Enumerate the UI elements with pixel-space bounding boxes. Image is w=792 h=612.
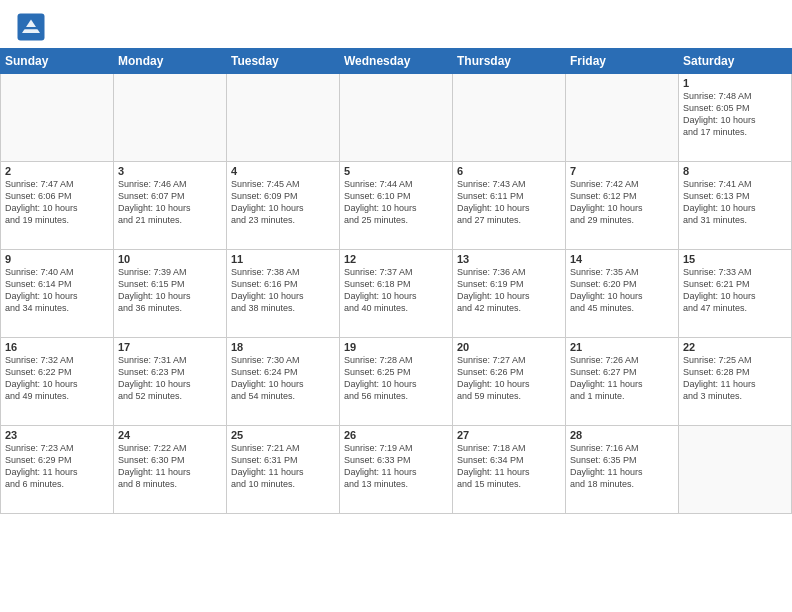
day-cell: 18Sunrise: 7:30 AM Sunset: 6:24 PM Dayli… — [227, 338, 340, 426]
day-info: Sunrise: 7:42 AM Sunset: 6:12 PM Dayligh… — [570, 178, 674, 227]
day-header-wednesday: Wednesday — [340, 49, 453, 74]
day-info: Sunrise: 7:46 AM Sunset: 6:07 PM Dayligh… — [118, 178, 222, 227]
day-cell: 11Sunrise: 7:38 AM Sunset: 6:16 PM Dayli… — [227, 250, 340, 338]
day-cell: 16Sunrise: 7:32 AM Sunset: 6:22 PM Dayli… — [1, 338, 114, 426]
day-info: Sunrise: 7:44 AM Sunset: 6:10 PM Dayligh… — [344, 178, 448, 227]
day-info: Sunrise: 7:47 AM Sunset: 6:06 PM Dayligh… — [5, 178, 109, 227]
logo — [16, 12, 50, 42]
week-row-3: 9Sunrise: 7:40 AM Sunset: 6:14 PM Daylig… — [1, 250, 792, 338]
day-info: Sunrise: 7:36 AM Sunset: 6:19 PM Dayligh… — [457, 266, 561, 315]
day-cell: 5Sunrise: 7:44 AM Sunset: 6:10 PM Daylig… — [340, 162, 453, 250]
week-row-1: 1Sunrise: 7:48 AM Sunset: 6:05 PM Daylig… — [1, 74, 792, 162]
day-number: 19 — [344, 341, 448, 353]
day-number: 23 — [5, 429, 109, 441]
day-cell: 2Sunrise: 7:47 AM Sunset: 6:06 PM Daylig… — [1, 162, 114, 250]
day-number: 28 — [570, 429, 674, 441]
day-info: Sunrise: 7:18 AM Sunset: 6:34 PM Dayligh… — [457, 442, 561, 491]
day-info: Sunrise: 7:21 AM Sunset: 6:31 PM Dayligh… — [231, 442, 335, 491]
day-info: Sunrise: 7:28 AM Sunset: 6:25 PM Dayligh… — [344, 354, 448, 403]
day-info: Sunrise: 7:22 AM Sunset: 6:30 PM Dayligh… — [118, 442, 222, 491]
day-number: 8 — [683, 165, 787, 177]
day-number: 6 — [457, 165, 561, 177]
day-header-row: SundayMondayTuesdayWednesdayThursdayFrid… — [1, 49, 792, 74]
day-cell — [679, 426, 792, 514]
day-cell: 3Sunrise: 7:46 AM Sunset: 6:07 PM Daylig… — [114, 162, 227, 250]
day-info: Sunrise: 7:27 AM Sunset: 6:26 PM Dayligh… — [457, 354, 561, 403]
day-number: 13 — [457, 253, 561, 265]
day-info: Sunrise: 7:38 AM Sunset: 6:16 PM Dayligh… — [231, 266, 335, 315]
day-cell: 14Sunrise: 7:35 AM Sunset: 6:20 PM Dayli… — [566, 250, 679, 338]
day-number: 14 — [570, 253, 674, 265]
day-header-sunday: Sunday — [1, 49, 114, 74]
day-header-saturday: Saturday — [679, 49, 792, 74]
day-cell: 25Sunrise: 7:21 AM Sunset: 6:31 PM Dayli… — [227, 426, 340, 514]
day-number: 12 — [344, 253, 448, 265]
day-header-thursday: Thursday — [453, 49, 566, 74]
day-header-monday: Monday — [114, 49, 227, 74]
day-header-tuesday: Tuesday — [227, 49, 340, 74]
day-cell: 12Sunrise: 7:37 AM Sunset: 6:18 PM Dayli… — [340, 250, 453, 338]
day-cell: 10Sunrise: 7:39 AM Sunset: 6:15 PM Dayli… — [114, 250, 227, 338]
day-cell — [566, 74, 679, 162]
day-cell: 28Sunrise: 7:16 AM Sunset: 6:35 PM Dayli… — [566, 426, 679, 514]
day-number: 2 — [5, 165, 109, 177]
day-info: Sunrise: 7:32 AM Sunset: 6:22 PM Dayligh… — [5, 354, 109, 403]
day-info: Sunrise: 7:37 AM Sunset: 6:18 PM Dayligh… — [344, 266, 448, 315]
day-cell: 17Sunrise: 7:31 AM Sunset: 6:23 PM Dayli… — [114, 338, 227, 426]
day-info: Sunrise: 7:33 AM Sunset: 6:21 PM Dayligh… — [683, 266, 787, 315]
day-cell: 21Sunrise: 7:26 AM Sunset: 6:27 PM Dayli… — [566, 338, 679, 426]
day-cell: 13Sunrise: 7:36 AM Sunset: 6:19 PM Dayli… — [453, 250, 566, 338]
day-cell: 1Sunrise: 7:48 AM Sunset: 6:05 PM Daylig… — [679, 74, 792, 162]
day-info: Sunrise: 7:31 AM Sunset: 6:23 PM Dayligh… — [118, 354, 222, 403]
day-number: 21 — [570, 341, 674, 353]
day-number: 5 — [344, 165, 448, 177]
day-cell — [453, 74, 566, 162]
page-header — [0, 0, 792, 48]
week-row-5: 23Sunrise: 7:23 AM Sunset: 6:29 PM Dayli… — [1, 426, 792, 514]
day-cell: 20Sunrise: 7:27 AM Sunset: 6:26 PM Dayli… — [453, 338, 566, 426]
day-info: Sunrise: 7:16 AM Sunset: 6:35 PM Dayligh… — [570, 442, 674, 491]
day-number: 26 — [344, 429, 448, 441]
week-row-2: 2Sunrise: 7:47 AM Sunset: 6:06 PM Daylig… — [1, 162, 792, 250]
day-number: 24 — [118, 429, 222, 441]
day-number: 1 — [683, 77, 787, 89]
day-number: 11 — [231, 253, 335, 265]
day-cell: 19Sunrise: 7:28 AM Sunset: 6:25 PM Dayli… — [340, 338, 453, 426]
day-info: Sunrise: 7:48 AM Sunset: 6:05 PM Dayligh… — [683, 90, 787, 139]
day-info: Sunrise: 7:30 AM Sunset: 6:24 PM Dayligh… — [231, 354, 335, 403]
day-cell: 6Sunrise: 7:43 AM Sunset: 6:11 PM Daylig… — [453, 162, 566, 250]
day-number: 16 — [5, 341, 109, 353]
day-number: 4 — [231, 165, 335, 177]
day-number: 15 — [683, 253, 787, 265]
day-cell — [340, 74, 453, 162]
day-number: 27 — [457, 429, 561, 441]
day-info: Sunrise: 7:41 AM Sunset: 6:13 PM Dayligh… — [683, 178, 787, 227]
day-cell: 26Sunrise: 7:19 AM Sunset: 6:33 PM Dayli… — [340, 426, 453, 514]
day-info: Sunrise: 7:35 AM Sunset: 6:20 PM Dayligh… — [570, 266, 674, 315]
day-cell: 27Sunrise: 7:18 AM Sunset: 6:34 PM Dayli… — [453, 426, 566, 514]
day-number: 3 — [118, 165, 222, 177]
day-number: 22 — [683, 341, 787, 353]
logo-icon — [16, 12, 46, 42]
day-info: Sunrise: 7:40 AM Sunset: 6:14 PM Dayligh… — [5, 266, 109, 315]
week-row-4: 16Sunrise: 7:32 AM Sunset: 6:22 PM Dayli… — [1, 338, 792, 426]
day-cell: 23Sunrise: 7:23 AM Sunset: 6:29 PM Dayli… — [1, 426, 114, 514]
day-info: Sunrise: 7:25 AM Sunset: 6:28 PM Dayligh… — [683, 354, 787, 403]
day-info: Sunrise: 7:19 AM Sunset: 6:33 PM Dayligh… — [344, 442, 448, 491]
day-number: 10 — [118, 253, 222, 265]
day-cell — [227, 74, 340, 162]
day-cell: 24Sunrise: 7:22 AM Sunset: 6:30 PM Dayli… — [114, 426, 227, 514]
day-number: 17 — [118, 341, 222, 353]
day-number: 9 — [5, 253, 109, 265]
day-cell: 4Sunrise: 7:45 AM Sunset: 6:09 PM Daylig… — [227, 162, 340, 250]
day-number: 25 — [231, 429, 335, 441]
day-cell: 8Sunrise: 7:41 AM Sunset: 6:13 PM Daylig… — [679, 162, 792, 250]
day-info: Sunrise: 7:23 AM Sunset: 6:29 PM Dayligh… — [5, 442, 109, 491]
day-cell: 15Sunrise: 7:33 AM Sunset: 6:21 PM Dayli… — [679, 250, 792, 338]
day-info: Sunrise: 7:45 AM Sunset: 6:09 PM Dayligh… — [231, 178, 335, 227]
day-cell — [114, 74, 227, 162]
calendar: SundayMondayTuesdayWednesdayThursdayFrid… — [0, 48, 792, 514]
day-cell: 7Sunrise: 7:42 AM Sunset: 6:12 PM Daylig… — [566, 162, 679, 250]
day-info: Sunrise: 7:26 AM Sunset: 6:27 PM Dayligh… — [570, 354, 674, 403]
day-cell — [1, 74, 114, 162]
